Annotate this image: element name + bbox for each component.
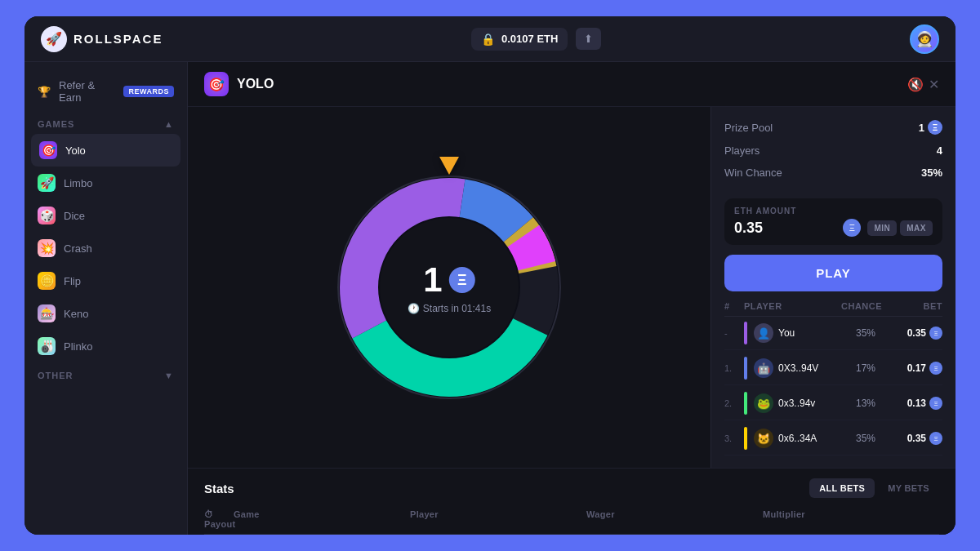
rewards-badge: REWARDS [123, 86, 174, 97]
col-num: # [724, 301, 741, 311]
sidebar-item-flip[interactable]: 🪙 Flip [24, 264, 187, 297]
col-chance: Chance [841, 301, 890, 311]
player-name: 0x6..34A [778, 433, 817, 444]
header-right: 🧑‍🚀 [910, 24, 939, 54]
wheel-container: 1 Ξ 🕐 Starts in 01:41s [327, 165, 572, 410]
player-info: 🐱 0x6..34A [744, 427, 838, 450]
my-bets-button[interactable]: MY BETS [878, 478, 939, 498]
table-row: 2. 🐸 0x3..94v 13% 0.13 Ξ [724, 387, 942, 420]
prize-pool-label: Prize Pool [724, 122, 773, 134]
timer-text: Starts in 01:41s [423, 303, 491, 314]
sound-controls[interactable]: 🔇 ✕ [907, 77, 939, 92]
keno-label: Keno [64, 308, 88, 320]
stats-table-header: ⏱ Game Player Wager Multiplier Payout [204, 504, 939, 535]
min-max-buttons: MIN MAX [867, 220, 933, 236]
players-label: Players [724, 144, 760, 157]
stats-col-multiplier: Multiplier [763, 509, 939, 519]
eth-input-value[interactable]: 0.35 [734, 220, 836, 237]
stats-col-game: Game [234, 509, 410, 519]
win-chance-value: 35% [921, 167, 942, 179]
expand-icon[interactable]: ▼ [164, 371, 174, 380]
bet-value: 0.35 [907, 433, 926, 444]
row-num: 3. [724, 433, 741, 443]
header-center: 🔒 0.0107 ETH ⬆ [163, 28, 910, 51]
main-body: 🏆 Refer & Earn REWARDS GAMES ▲ 🎯 Yolo 🚀 … [24, 62, 956, 535]
sidebar-item-yolo[interactable]: 🎯 Yolo [31, 134, 180, 167]
bet-value: 0.13 [907, 398, 926, 409]
player-chance: 17% [841, 362, 890, 374]
player-name: You [778, 327, 795, 339]
refer-earn-item[interactable]: 🏆 Refer & Earn REWARDS [24, 72, 187, 111]
bet-value: 0.17 [907, 362, 926, 374]
collapse-icon[interactable]: ▲ [164, 119, 174, 129]
stats-col-player: Player [410, 509, 586, 519]
keno-icon: 🎰 [38, 304, 56, 322]
player-avatar: 👤 [754, 323, 773, 343]
mute-icon[interactable]: 🔇 [907, 77, 924, 92]
row-num: - [724, 328, 741, 338]
min-button[interactable]: MIN [867, 220, 897, 236]
player-avatar: 🐸 [754, 393, 773, 413]
eth-input-row: 0.35 Ξ MIN MAX [734, 219, 933, 237]
close-icon[interactable]: ✕ [929, 77, 939, 92]
other-section-header: OTHER ▼ [24, 362, 187, 385]
limbo-icon: 🚀 [38, 174, 56, 192]
player-bet: 0.13 Ξ [893, 397, 942, 410]
app-window: 🚀 ROLLSPACE 🔒 0.0107 ETH ⬆ 🧑‍🚀 🏆 Refer &… [24, 16, 956, 535]
bet-eth-icon: Ξ [929, 432, 942, 445]
max-button[interactable]: MAX [900, 220, 933, 236]
color-indicator [744, 357, 747, 380]
logo-icon: 🚀 [41, 26, 67, 52]
sidebar-item-dice[interactable]: 🎲 Dice [24, 199, 187, 232]
sidebar-item-plinko[interactable]: 🎳 Plinko [24, 330, 187, 362]
player-bet: 0.35 Ξ [893, 327, 942, 340]
players-row: Players 4 [724, 144, 942, 157]
user-avatar[interactable]: 🧑‍🚀 [910, 24, 939, 54]
refer-earn-label: Refer & Earn [59, 79, 115, 104]
sidebar-item-limbo[interactable]: 🚀 Limbo [24, 167, 187, 199]
bet-value: 0.35 [907, 327, 926, 339]
players-table: # Player Chance Bet - 👤 [724, 301, 942, 455]
row-num: 2. [724, 398, 741, 408]
eth-input-section: ETH AMOUNT 0.35 Ξ MIN MAX [724, 198, 942, 245]
color-indicator [744, 322, 747, 344]
eth-center-icon: Ξ [449, 267, 475, 293]
plinko-icon: 🎳 [38, 337, 56, 355]
crash-label: Crash [64, 242, 92, 255]
table-row: 1. 🤖 0X3..94V 17% 0.17 Ξ [724, 352, 942, 385]
bets-toggle: ALL BETS MY BETS [809, 478, 939, 498]
wheel-center: 1 Ξ 🕐 Starts in 01:41s [408, 260, 491, 314]
stats-header: Stats ALL BETS MY BETS [204, 478, 939, 498]
col-bet: Bet [893, 301, 942, 311]
player-bet: 0.35 Ξ [893, 432, 942, 445]
balance-display: 🔒 0.0107 ETH [471, 28, 568, 51]
players-table-header: # Player Chance Bet [724, 301, 942, 317]
wheel-pointer [439, 157, 459, 175]
bet-eth-icon: Ξ [929, 397, 942, 410]
all-bets-button[interactable]: ALL BETS [809, 478, 875, 498]
bet-eth-icon: Ξ [929, 327, 942, 340]
play-button[interactable]: PLAY [724, 255, 942, 291]
sidebar-item-crash[interactable]: 💥 Crash [24, 232, 187, 264]
sidebar: 🏆 Refer & Earn REWARDS GAMES ▲ 🎯 Yolo 🚀 … [24, 62, 188, 535]
wallet-icon: 🔒 [481, 33, 495, 46]
header: 🚀 ROLLSPACE 🔒 0.0107 ETH ⬆ 🧑‍🚀 [24, 16, 956, 62]
limbo-label: Limbo [64, 177, 92, 189]
table-row: - 👤 You 35% 0.35 Ξ [724, 317, 942, 350]
prize-pool-row: Prize Pool 1 Ξ [724, 120, 942, 135]
trophy-icon: 🏆 [38, 86, 51, 98]
game-title-icon: 🎯 [204, 72, 229, 96]
other-section-label: OTHER [38, 371, 74, 380]
player-chance: 13% [841, 398, 890, 409]
deposit-button[interactable]: ⬆ [576, 28, 601, 50]
sidebar-item-keno[interactable]: 🎰 Keno [24, 297, 187, 330]
prize-pool-value: 1 Ξ [919, 120, 942, 135]
game-content: 1 Ξ 🕐 Starts in 01:41s [188, 107, 956, 468]
game-header: 🎯 YOLO 🔇 ✕ [188, 62, 956, 107]
player-bet: 0.17 Ξ [893, 362, 942, 375]
dice-icon: 🎲 [38, 207, 56, 224]
player-avatar: 🐱 [754, 429, 773, 448]
logo-area: 🚀 ROLLSPACE [41, 26, 163, 52]
dice-label: Dice [64, 210, 85, 222]
player-chance: 35% [841, 433, 890, 444]
